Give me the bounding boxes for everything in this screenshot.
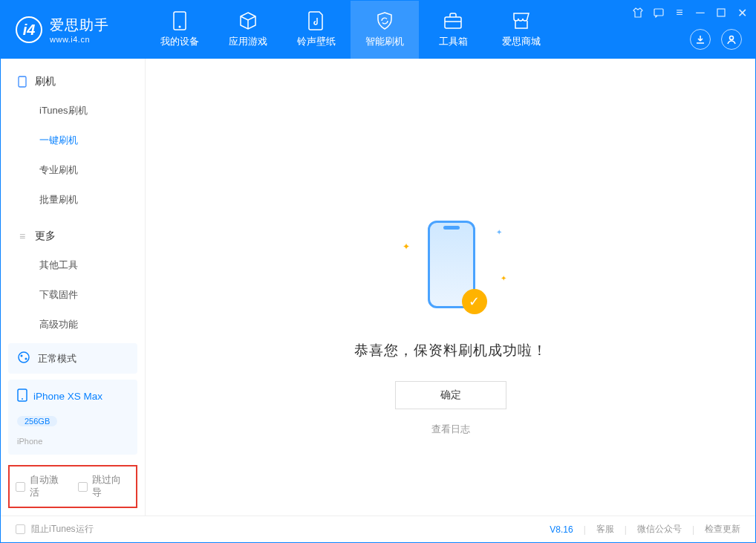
minimize-icon[interactable]: ─ — [694, 7, 706, 19]
device-icon — [17, 388, 27, 404]
device-capacity: 256GB — [17, 416, 57, 426]
svg-rect-3 — [654, 9, 663, 16]
tab-label: 工具箱 — [439, 35, 468, 48]
mode-label: 正常模式 — [38, 352, 76, 365]
mode-icon — [17, 351, 30, 366]
main-tabs: 我的设备 应用游戏 铃声壁纸 智能刷机 工具箱 爱思商城 — [146, 1, 555, 59]
tab-apps-games[interactable]: 应用游戏 — [214, 1, 282, 59]
shield-refresh-icon — [375, 11, 394, 30]
sidebar-item-advanced[interactable]: 高级功能 — [1, 310, 145, 339]
app-logo-icon: i4 — [16, 16, 42, 43]
download-button[interactable] — [690, 29, 711, 50]
mode-block[interactable]: 正常模式 — [8, 343, 137, 374]
svg-rect-4 — [717, 9, 725, 16]
device-type: iPhone — [17, 437, 42, 446]
checkbox-skip-wizard[interactable]: 跳过向导 — [78, 474, 130, 499]
tab-label: 铃声壁纸 — [297, 35, 336, 48]
menu-icon[interactable]: ≡ — [674, 7, 685, 19]
device-icon — [170, 11, 189, 30]
sidebar-item-download-firmware[interactable]: 下载固件 — [1, 280, 145, 310]
logo-text: 爱思助手 www.i4.cn — [50, 16, 109, 44]
sidebar: 刷机 iTunes刷机 一键刷机 专业刷机 批量刷机 ≡ 更多 其他工具 下载固… — [1, 59, 146, 516]
checkbox-auto-activate[interactable]: 自动激活 — [16, 474, 68, 499]
app-url: www.i4.cn — [50, 35, 109, 44]
tab-label: 智能刷机 — [365, 35, 404, 48]
svg-point-1 — [179, 26, 181, 28]
success-panel: ✦ ✦ ✦ ✓ 恭喜您，保资料刷机成功啦！ 确定 查看日志 — [354, 215, 547, 436]
wechat-link[interactable]: 微信公众号 — [637, 523, 682, 536]
maximize-icon[interactable] — [715, 7, 727, 19]
tab-my-device[interactable]: 我的设备 — [146, 1, 214, 59]
svg-point-9 — [25, 358, 27, 360]
list-icon: ≡ — [17, 231, 27, 241]
tab-store[interactable]: 爱思商城 — [487, 1, 555, 59]
tab-ringtone-wallpaper[interactable]: 铃声壁纸 — [282, 1, 351, 59]
app-header: i4 爱思助手 www.i4.cn 我的设备 应用游戏 铃声壁纸 智能刷机 工具… — [1, 1, 755, 59]
main-panel: ✦ ✦ ✦ ✓ 恭喜您，保资料刷机成功啦！ 确定 查看日志 — [146, 59, 755, 516]
svg-rect-2 — [445, 17, 461, 28]
check-badge-icon: ✓ — [462, 289, 487, 314]
sidebar-group-flash: 刷机 — [1, 68, 145, 96]
sparkle-icon: ✦ — [501, 274, 506, 282]
options-highlight-box: 自动激活 跳过向导 — [8, 465, 137, 508]
device-name: iPhone XS Max — [33, 391, 102, 402]
sparkle-icon: ✦ — [403, 241, 410, 252]
cube-icon — [238, 11, 258, 30]
phone-icon — [17, 77, 27, 87]
sidebar-item-itunes-flash[interactable]: iTunes刷机 — [1, 96, 145, 126]
opt-label: 跳过向导 — [92, 474, 130, 499]
opt-label: 自动激活 — [30, 474, 68, 499]
version-label: V8.16 — [550, 524, 573, 535]
group-label: 更多 — [35, 230, 56, 243]
sidebar-group-more: ≡ 更多 — [1, 222, 145, 250]
view-log-link[interactable]: 查看日志 — [431, 423, 470, 436]
sidebar-item-oneclick-flash[interactable]: 一键刷机 — [1, 126, 145, 155]
check-update-link[interactable]: 检查更新 — [705, 523, 740, 536]
logo-area: i4 爱思助手 www.i4.cn — [1, 16, 146, 44]
tab-smart-flash[interactable]: 智能刷机 — [351, 1, 419, 59]
checkbox-icon — [78, 482, 88, 492]
sparkle-icon: ✦ — [496, 228, 502, 236]
svg-point-5 — [730, 36, 734, 40]
music-file-icon — [307, 11, 326, 30]
tab-label: 应用游戏 — [229, 35, 267, 48]
feedback-icon[interactable] — [653, 7, 665, 19]
sidebar-item-batch-flash[interactable]: 批量刷机 — [1, 185, 145, 215]
user-button[interactable] — [721, 29, 742, 50]
support-link[interactable]: 客服 — [596, 523, 614, 536]
sidebar-item-other-tools[interactable]: 其他工具 — [1, 250, 145, 280]
device-block[interactable]: iPhone XS Max 256GB iPhone — [8, 380, 137, 455]
phone-illustration: ✦ ✦ ✦ ✓ — [417, 215, 484, 319]
app-title: 爱思助手 — [50, 16, 109, 35]
checkbox-icon[interactable] — [16, 524, 25, 534]
close-icon[interactable]: ✕ — [736, 7, 748, 19]
ok-button[interactable]: 确定 — [395, 381, 506, 409]
toolbox-icon — [443, 11, 463, 30]
svg-point-8 — [21, 355, 23, 357]
tab-label: 爱思商城 — [502, 35, 541, 48]
window-controls: ≡ ─ ✕ — [632, 7, 748, 19]
sidebar-item-pro-flash[interactable]: 专业刷机 — [1, 155, 145, 185]
block-itunes-label[interactable]: 阻止iTunes运行 — [31, 523, 94, 536]
skin-icon[interactable] — [632, 7, 644, 19]
success-title: 恭喜您，保资料刷机成功啦！ — [354, 341, 547, 360]
footer: 阻止iTunes运行 V8.16 | 客服 | 微信公众号 | 检查更新 — [1, 516, 755, 542]
header-right-actions — [690, 29, 742, 50]
svg-point-11 — [22, 398, 23, 400]
checkbox-icon — [16, 482, 25, 492]
svg-point-7 — [19, 352, 29, 362]
svg-rect-6 — [19, 77, 26, 87]
tab-label: 我的设备 — [160, 35, 199, 48]
tab-toolbox[interactable]: 工具箱 — [419, 1, 487, 59]
store-icon — [512, 11, 531, 30]
group-label: 刷机 — [35, 75, 56, 88]
